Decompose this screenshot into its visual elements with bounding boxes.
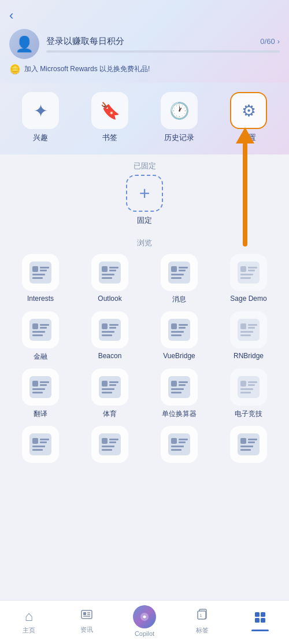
tabs-icon: 1 bbox=[196, 609, 209, 624]
browse-item-messages[interactable]: 消息 bbox=[148, 254, 210, 304]
nav-more[interactable] bbox=[231, 611, 289, 631]
action-settings[interactable]: ⚙ 设置 bbox=[217, 92, 280, 143]
back-button[interactable]: ‹ bbox=[9, 6, 13, 25]
browse-item-converter[interactable]: 单位换算器 bbox=[148, 369, 210, 419]
nav-copilot-label: Copilot bbox=[135, 630, 154, 637]
action-interests-label: 兴趣 bbox=[33, 133, 48, 143]
nav-tabs[interactable]: 1 标签 bbox=[173, 608, 231, 635]
quick-actions-section: ✦ 兴趣 🔖 书签 🕐 历史记录 ⚙ 设置 bbox=[0, 83, 289, 154]
svg-rect-11 bbox=[255, 618, 260, 623]
action-bookmarks-label: 书签 bbox=[102, 133, 117, 143]
bookmark-icon: 🔖 bbox=[100, 101, 120, 120]
nav-tabs-label: 标签 bbox=[196, 626, 209, 635]
pinned-divider: 已固定 bbox=[0, 154, 289, 175]
svg-rect-12 bbox=[261, 618, 265, 623]
nav-home-label: 主页 bbox=[23, 626, 35, 635]
browse-item-translate[interactable]: 翻译 bbox=[9, 369, 72, 419]
score-arrow-icon: › bbox=[277, 37, 280, 46]
browse-sage-label: Sage Demo bbox=[230, 295, 266, 303]
browse-finance-label: 金融 bbox=[34, 352, 47, 362]
star-icon: ✦ bbox=[34, 101, 48, 121]
browse-item-esports[interactable]: 电子竞技 bbox=[217, 369, 280, 419]
svg-rect-1 bbox=[83, 612, 86, 615]
browse-rnbridge-label: RNBridge bbox=[234, 352, 264, 360]
browse-divider: 浏览 bbox=[0, 231, 289, 252]
news-icon bbox=[80, 608, 93, 624]
browse-vuebridge-label: VueBridge bbox=[163, 352, 195, 360]
browse-esports-label: 电子竞技 bbox=[235, 409, 262, 419]
browse-messages-label: 消息 bbox=[172, 295, 186, 304]
browse-item-sports[interactable]: 体育 bbox=[79, 369, 141, 419]
profile-title: 登录以赚取每日积分 bbox=[46, 36, 124, 47]
avatar: 👤 bbox=[9, 29, 39, 59]
tabs-icon-wrapper: 1 bbox=[196, 608, 209, 624]
nav-home[interactable]: ⌂ 主页 bbox=[0, 608, 58, 635]
browse-item-sage-demo[interactable]: Sage Demo bbox=[217, 254, 280, 304]
browse-item-extra3[interactable] bbox=[148, 426, 210, 466]
pin-add-button[interactable]: + 固定 bbox=[9, 175, 280, 226]
nav-copilot[interactable]: Copilot bbox=[116, 605, 173, 637]
browse-item-interests[interactable]: Interests bbox=[9, 254, 72, 304]
nav-news[interactable]: 资讯 bbox=[58, 608, 116, 634]
action-settings-label: 设置 bbox=[241, 133, 256, 143]
browse-item-extra4[interactable] bbox=[217, 426, 280, 466]
score-display: 0/60 › bbox=[260, 37, 280, 46]
browse-translate-label: 翻译 bbox=[34, 409, 47, 419]
home-icon: ⌂ bbox=[25, 608, 34, 624]
action-history-label: 历史记录 bbox=[164, 133, 194, 143]
history-icon: 🕐 bbox=[169, 101, 190, 120]
browse-item-extra2[interactable] bbox=[79, 426, 141, 466]
nav-more-indicator bbox=[251, 630, 269, 631]
plus-icon: + bbox=[139, 184, 150, 203]
progress-bar bbox=[46, 50, 280, 53]
nav-news-label: 资讯 bbox=[80, 625, 93, 634]
browse-section: Interests Outlook bbox=[0, 254, 289, 478]
browse-interests-label: Interests bbox=[27, 295, 54, 303]
svg-point-6 bbox=[143, 616, 146, 618]
svg-rect-0 bbox=[81, 610, 92, 619]
browse-outlook-label: Outlook bbox=[98, 295, 121, 303]
rewards-text: 加入 Microsoft Rewards 以兑换免费礼品! bbox=[24, 64, 150, 74]
browse-item-finance[interactable]: 金融 bbox=[9, 311, 72, 362]
action-history[interactable]: 🕐 历史记录 bbox=[148, 92, 210, 143]
browse-sports-label: 体育 bbox=[103, 409, 117, 419]
action-bookmarks[interactable]: 🔖 书签 bbox=[79, 92, 141, 143]
action-interests[interactable]: ✦ 兴趣 bbox=[9, 92, 72, 143]
pinned-section: + 固定 bbox=[0, 175, 289, 231]
more-icon bbox=[254, 611, 266, 627]
coin-icon: 🪙 bbox=[9, 64, 21, 75]
svg-rect-9 bbox=[255, 612, 260, 617]
browse-item-rnbridge[interactable]: RNBridge bbox=[217, 311, 280, 362]
browse-item-outlook[interactable]: Outlook bbox=[79, 254, 141, 304]
browse-item-beacon[interactable]: Beacon bbox=[79, 311, 141, 362]
browse-beacon-label: Beacon bbox=[98, 352, 122, 360]
browse-item-extra1[interactable] bbox=[9, 426, 72, 466]
bottom-nav: ⌂ 主页 资讯 Copilot bbox=[0, 600, 289, 644]
browse-item-vuebridge[interactable]: VueBridge bbox=[148, 311, 210, 362]
copilot-icon bbox=[133, 605, 156, 628]
settings-icon: ⚙ bbox=[242, 101, 256, 120]
pin-add-label: 固定 bbox=[137, 215, 152, 226]
browse-converter-label: 单位换算器 bbox=[162, 409, 197, 419]
svg-rect-10 bbox=[261, 612, 265, 617]
svg-text:1: 1 bbox=[200, 613, 202, 617]
